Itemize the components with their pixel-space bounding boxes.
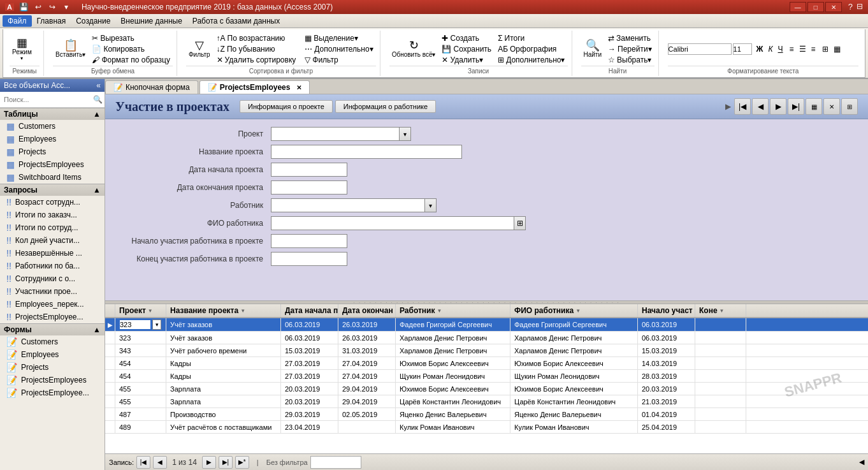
ribbon-btn-save[interactable]: 💾Сохранить — [439, 44, 494, 54]
grid-col-wend[interactable]: Коне ▼ — [695, 304, 746, 317]
ribbon-btn-create[interactable]: ✚Создать — [439, 33, 494, 43]
project-input[interactable]: 323 — [271, 127, 400, 141]
nav-first-btn[interactable]: |◀ — [734, 98, 751, 115]
grid-col-end[interactable]: Дата окончан ▼ — [338, 304, 396, 317]
nav-form-employees[interactable]: 📝 Employees — [0, 348, 105, 361]
worker-info-btn[interactable]: Информация о работнике — [335, 100, 436, 113]
nav-prev-record[interactable]: ◀ — [153, 456, 167, 469]
nav-btn7[interactable]: ⊞ — [841, 98, 858, 115]
ribbon-btn-remove-sort[interactable]: ✕Удалить сортировку — [214, 55, 299, 65]
worker-name-input[interactable]: Фадеев Григорий Сергеевич — [271, 216, 514, 230]
grid-col-wstart[interactable]: Начало участ ▼ — [638, 304, 695, 317]
align-left-btn[interactable]: ≡ — [788, 44, 796, 54]
nav-query-participants[interactable]: !! Участники прое... — [0, 285, 105, 298]
nav-query-employees2[interactable]: !! Итоги по сотруд... — [0, 221, 105, 234]
doc-tab-pe[interactable]: 📝 ProjectsEmployees ✕ — [199, 80, 310, 94]
ribbon-btn-select[interactable]: ☆Выбрать▾ — [605, 55, 655, 65]
nav-new-record[interactable]: ▶* — [235, 456, 249, 469]
grid-col-start[interactable]: Дата начала п ▼ — [281, 304, 338, 317]
menu-external[interactable]: Внешние данные — [115, 15, 187, 27]
ribbon-btn-copy[interactable]: 📄Копировать — [89, 44, 173, 54]
start-date-input[interactable]: 06.03.2019 — [271, 163, 347, 177]
ribbon-btn-mode[interactable]: ▦ Режим ▾ — [10, 36, 34, 62]
nav-scroll-left[interactable]: ◀ — [859, 458, 864, 466]
nav-form-pe2[interactable]: 📝 ProjectsEmployee... — [0, 386, 105, 399]
nav-first-record[interactable]: |◀ — [136, 456, 150, 469]
maximize-button[interactable]: □ — [807, 2, 824, 12]
ribbon-btn-cut[interactable]: ✂Вырезать — [89, 33, 173, 43]
pe-tab-close[interactable]: ✕ — [296, 84, 301, 91]
grid-edit-input[interactable] — [119, 319, 151, 330]
nav-form-projects[interactable]: 📝 Projects — [0, 361, 105, 374]
ribbon-btn-selection[interactable]: ▦Выделение▾ — [302, 33, 375, 43]
project-dropdown-btn[interactable]: ▾ — [400, 127, 411, 141]
worker-name-expand-btn[interactable]: ⊞ — [514, 216, 526, 230]
ribbon-btn-sort-asc[interactable]: ↑AПо возрастанию — [214, 33, 299, 43]
qat-dropdown[interactable]: ▾ — [60, 2, 73, 12]
align-right-btn[interactable]: ≡ — [809, 44, 818, 54]
ribbon-btn-goto[interactable]: →Перейти▾ — [605, 44, 655, 54]
font-name-input[interactable] — [668, 43, 732, 55]
help-icon[interactable]: ? — [848, 2, 853, 12]
section-queries[interactable]: Запросы ▲ — [0, 184, 105, 196]
grid-col-project[interactable]: Проект ▼ — [115, 304, 166, 317]
nav-query-unfinished[interactable]: !! Незавершённые ... — [0, 247, 105, 260]
worker-start-input[interactable]: 06.03.2019 — [271, 234, 347, 248]
ribbon-btn-additional-filter[interactable]: ⋯Дополнительно▾ — [302, 44, 375, 54]
menu-database[interactable]: Работа с базами данных — [187, 15, 285, 27]
ribbon-btn-sort-desc[interactable]: ↓ZПо убыванию — [214, 44, 299, 54]
nav-no-filter[interactable]: Без фильтра — [266, 459, 308, 466]
nav-prev-btn[interactable]: ◀ — [752, 98, 769, 115]
grid-col-fullname[interactable]: ФИО работника ▼ — [510, 304, 638, 317]
menu-create[interactable]: Создание — [71, 15, 115, 27]
nav-query-workers[interactable]: !! Работники по ба... — [0, 260, 105, 272]
ribbon-btn-delete[interactable]: ✕Удалить▾ — [439, 55, 494, 65]
ribbon-btn-refresh[interactable]: ↻ Обновить всё▾ — [389, 38, 438, 59]
table-row[interactable]: 487Производство29.03.201902.05.2019Яценк… — [105, 408, 868, 421]
qat-save[interactable]: 💾 — [18, 2, 31, 12]
nav-last-btn[interactable]: ▶| — [788, 98, 804, 115]
menu-home[interactable]: Главная — [32, 15, 71, 27]
end-date-input[interactable]: 26.03.2019 — [271, 180, 347, 195]
table-row[interactable]: 489Учёт расчётов с поставщиками23.04.201… — [105, 421, 868, 434]
grid-dropdown-btn[interactable]: ▾ — [152, 319, 161, 330]
section-tables[interactable]: Таблицы ▲ — [0, 108, 105, 120]
table-row[interactable]: 454Кадры27.03.201927.04.2019Юхимов Борис… — [105, 357, 868, 370]
menu-file[interactable]: Файл — [3, 15, 32, 27]
nav-query-age[interactable]: !! Возраст сотрудн... — [0, 196, 105, 209]
qat-redo[interactable]: ↪ — [46, 2, 59, 12]
underline-btn[interactable]: Ч — [776, 44, 785, 54]
nav-query-coop[interactable]: !! Сотрудники с о... — [0, 272, 105, 285]
nav-last-record[interactable]: ▶| — [219, 456, 233, 469]
border-btn[interactable]: ▦ — [832, 44, 843, 54]
grid-col-proj-name[interactable]: Название проекта ▼ — [166, 304, 281, 317]
ribbon-btn-spell[interactable]: АБОрфография — [495, 44, 567, 54]
table-row[interactable]: 455Зарплата20.03.201929.04.2019Юхимов Бо… — [105, 383, 868, 395]
nav-projects-employees[interactable]: ▦ ProjectsEmployees — [0, 158, 105, 171]
grid-btn[interactable]: ⊞ — [820, 44, 830, 54]
project-info-btn[interactable]: Информация о проекте — [240, 100, 333, 113]
ribbon-btn-format[interactable]: 🖌Формат по образцу — [89, 55, 173, 65]
table-row[interactable]: 455Зарплата20.03.201929.04.2019Царёв Кон… — [105, 395, 868, 408]
table-row[interactable]: ▶▾Учёт заказов06.03.201926.03.2019Фадеев… — [105, 318, 868, 332]
nav-query-emp-cross[interactable]: !! Employees_перек... — [0, 298, 105, 311]
worker-dropdown-btn[interactable]: ▾ — [425, 198, 437, 212]
doc-tab-buttonform[interactable]: 📝 Кнопочная форма — [105, 80, 198, 94]
ribbon-btn-find[interactable]: 🔍 Найти — [581, 38, 605, 59]
nav-customers[interactable]: ▦ Customers — [0, 120, 105, 133]
nav-query-pe[interactable]: !! ProjectsEmployee... — [0, 311, 105, 323]
ribbon-btn-totals[interactable]: ΣИтоги — [495, 33, 567, 43]
table-row[interactable]: 323Учёт заказов06.03.201926.03.2019Харла… — [105, 332, 868, 344]
font-size-input[interactable] — [733, 43, 752, 55]
ribbon-btn-filter[interactable]: ▽ Фильтр — [186, 38, 213, 59]
ribbon-btn-more[interactable]: ⊞Дополнительно▾ — [495, 55, 567, 65]
minimize-access-icon[interactable]: ⊟ — [857, 2, 863, 12]
minimize-button[interactable]: — — [790, 2, 806, 12]
nav-projects[interactable]: ▦ Projects — [0, 145, 105, 158]
nav-next-btn[interactable]: ▶ — [770, 98, 786, 115]
table-row[interactable]: 343Учёт рабочего времени15.03.201931.03.… — [105, 344, 868, 357]
ribbon-btn-filter2[interactable]: ▽Фильтр — [302, 55, 375, 65]
close-button[interactable]: ✕ — [825, 2, 842, 12]
table-row[interactable]: 454Кадры27.03.201927.04.2019Щукин Роман … — [105, 370, 868, 383]
qat-undo[interactable]: ↩ — [32, 2, 45, 12]
